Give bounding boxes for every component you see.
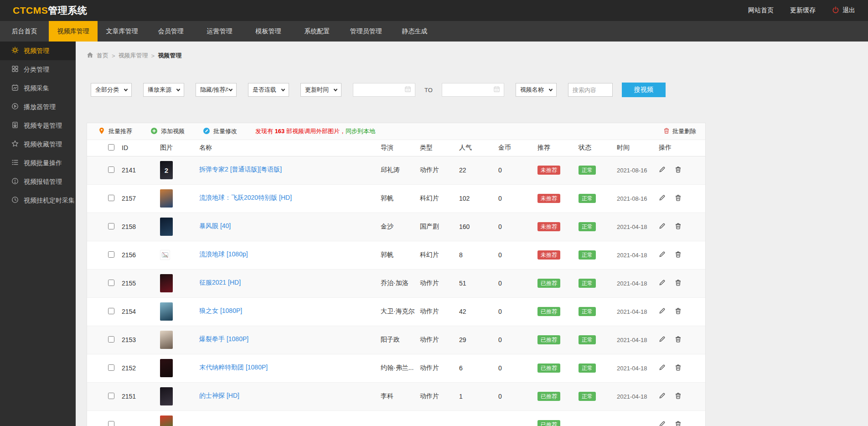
batch-edit-button[interactable]: 批量修改 — [203, 127, 237, 136]
edit-icon[interactable] — [659, 194, 666, 203]
play-source-select[interactable]: 播放来源 — [143, 83, 184, 97]
delete-icon[interactable] — [675, 392, 682, 400]
tab-operations[interactable]: 运营管理 — [195, 21, 244, 42]
status-badge[interactable]: 正常 — [579, 222, 596, 231]
date-to-input[interactable] — [442, 83, 504, 97]
batch-delete-button[interactable]: 批量删除 — [663, 127, 696, 135]
edit-icon[interactable] — [659, 392, 666, 400]
delete-icon[interactable] — [675, 364, 682, 372]
recommend-badge[interactable]: 已推荐 — [537, 420, 560, 426]
delete-icon[interactable] — [675, 336, 682, 344]
sidebar-item-video-timed-collect[interactable]: 视频挂机定时采集 — [0, 191, 76, 210]
edit-icon[interactable] — [659, 251, 666, 259]
tab-static-generate[interactable]: 静态生成 — [390, 21, 439, 42]
row-checkbox[interactable] — [108, 336, 114, 343]
row-checkbox[interactable] — [108, 393, 114, 399]
delete-icon[interactable] — [675, 421, 682, 426]
add-video-button[interactable]: 添加视频 — [150, 127, 185, 136]
recommend-badge[interactable]: 未推荐 — [537, 166, 560, 175]
serial-select[interactable]: 是否连载 — [248, 83, 289, 97]
recommend-badge[interactable]: 未推荐 — [537, 250, 560, 260]
edit-icon[interactable] — [659, 279, 666, 287]
status-badge[interactable]: 正常 — [579, 279, 596, 288]
edit-icon[interactable] — [659, 364, 666, 372]
delete-icon[interactable] — [675, 251, 682, 259]
recommend-badge[interactable]: 已推荐 — [537, 392, 560, 401]
edit-icon[interactable] — [659, 336, 666, 344]
search-field-select[interactable]: 视频名称 — [516, 83, 557, 97]
status-badge[interactable]: 正常 — [579, 166, 596, 175]
recommend-badge[interactable]: 已推荐 — [537, 307, 560, 316]
sidebar-item-video-batch-ops[interactable]: 视频批量操作 — [0, 154, 76, 172]
row-checkbox[interactable] — [108, 195, 114, 201]
time-field-select[interactable]: 更新时间 — [300, 83, 341, 97]
video-thumbnail[interactable] — [160, 359, 173, 377]
row-checkbox[interactable] — [108, 421, 114, 426]
video-name-link[interactable]: 暴风眼 [40] — [199, 222, 231, 230]
date-from-input[interactable] — [353, 83, 415, 97]
video-thumbnail[interactable] — [160, 416, 173, 426]
video-thumbnail[interactable] — [160, 387, 173, 405]
recommend-badge[interactable]: 已推荐 — [537, 364, 560, 373]
status-badge[interactable]: 正常 — [579, 250, 596, 260]
batch-recommend-button[interactable]: 批量推荐 — [98, 127, 132, 136]
tab-article-library[interactable]: 文章库管理 — [98, 21, 146, 42]
video-thumbnail[interactable] — [160, 274, 173, 292]
sidebar-item-video-manage[interactable]: 视频管理 — [0, 42, 76, 60]
sidebar-item-video-error-manage[interactable]: 视频报错管理 — [0, 172, 76, 191]
recommend-badge[interactable]: 已推荐 — [537, 279, 560, 288]
sidebar-item-player-manage[interactable]: 播放器管理 — [0, 98, 76, 116]
tab-admin-home[interactable]: 后台首页 — [0, 21, 49, 42]
status-badge[interactable]: 正常 — [579, 335, 596, 344]
video-name-link[interactable]: 爆裂拳手 [1080P] — [199, 335, 248, 343]
sync-local-link[interactable]: 同步到本地 — [346, 128, 375, 135]
delete-icon[interactable] — [675, 307, 682, 316]
video-name-link[interactable]: 拆弹专家2 [普通话版][粤语版] — [199, 166, 282, 174]
video-name-link[interactable]: 征服2021 [HD] — [199, 279, 241, 287]
delete-icon[interactable] — [675, 223, 682, 231]
video-thumbnail[interactable] — [160, 331, 173, 349]
video-name-link[interactable]: 末代纳粹特勤团 [1080P] — [199, 364, 268, 372]
sidebar-item-video-favorite-manage[interactable]: 视频收藏管理 — [0, 135, 76, 154]
select-all-checkbox[interactable] — [108, 144, 114, 151]
status-badge[interactable]: 正常 — [579, 307, 596, 316]
video-name-link[interactable]: 狼之女 [1080P] — [199, 307, 242, 315]
edit-icon[interactable] — [659, 307, 666, 316]
edit-icon[interactable] — [659, 223, 666, 231]
visibility-select[interactable]: 隐藏/推荐/状态 — [196, 83, 237, 97]
sidebar-item-video-collect[interactable]: 视频采集 — [0, 79, 76, 98]
video-thumbnail[interactable] — [160, 302, 173, 321]
video-name-link[interactable]: 流浪地球：飞跃2020特别版 [HD] — [199, 194, 292, 202]
row-checkbox[interactable] — [108, 280, 114, 286]
tab-templates[interactable]: 模板管理 — [244, 21, 293, 42]
row-checkbox[interactable] — [108, 223, 114, 229]
sidebar-item-video-topic-manage[interactable]: 视频专题管理 — [0, 116, 76, 135]
status-badge[interactable]: 正常 — [579, 392, 596, 401]
delete-icon[interactable] — [675, 166, 682, 174]
breadcrumb-home[interactable]: 首页 — [97, 52, 108, 60]
status-badge[interactable]: 正常 — [579, 364, 596, 373]
video-thumbnail[interactable] — [160, 250, 170, 260]
tab-members[interactable]: 会员管理 — [146, 21, 195, 42]
edit-icon[interactable] — [659, 421, 666, 426]
recommend-badge[interactable]: 未推荐 — [537, 194, 560, 203]
video-thumbnail[interactable]: 2 — [160, 161, 173, 179]
refresh-cache-link[interactable]: 更新缓存 — [790, 6, 816, 15]
video-name-link[interactable]: 的士神探 [HD] — [199, 392, 239, 400]
tab-admin-users[interactable]: 管理员管理 — [341, 21, 390, 42]
recommend-badge[interactable]: 已推荐 — [537, 335, 560, 344]
row-checkbox[interactable] — [108, 308, 114, 314]
category-select[interactable]: 全部分类 — [91, 83, 132, 97]
tab-system-config[interactable]: 系统配置 — [293, 21, 341, 42]
recommend-badge[interactable]: 未推荐 — [537, 222, 560, 231]
row-checkbox[interactable] — [108, 364, 114, 371]
logout-button[interactable]: 退出 — [832, 6, 855, 15]
status-badge[interactable]: 正常 — [579, 194, 596, 203]
search-input[interactable] — [568, 83, 613, 97]
delete-icon[interactable] — [675, 194, 682, 203]
site-home-link[interactable]: 网站首页 — [748, 6, 774, 15]
tab-video-library[interactable]: 视频库管理 — [49, 21, 98, 42]
row-checkbox[interactable] — [108, 251, 114, 258]
video-thumbnail[interactable] — [160, 189, 173, 208]
video-name-link[interactable]: 流浪地球 [1080p] — [199, 250, 248, 259]
